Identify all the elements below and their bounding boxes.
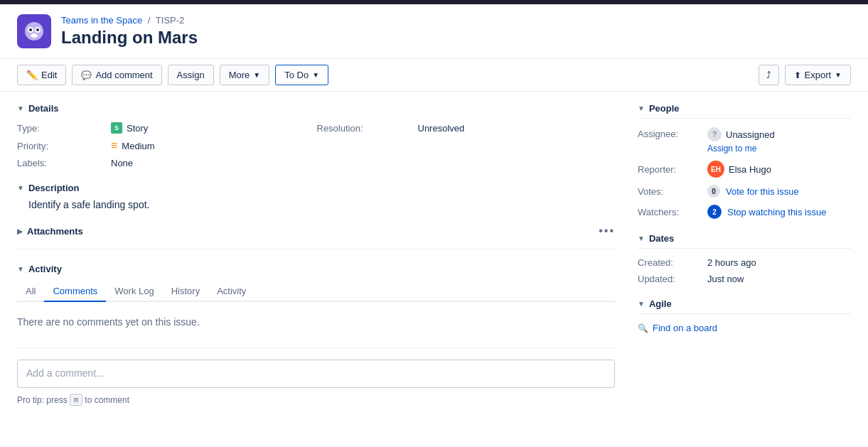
created-row: Created: 2 hours ago (638, 257, 851, 268)
right-panel: ▼ People Assignee: ? Unassigned Assign t… (638, 103, 851, 406)
breadcrumb: Teams in the Space / TISP-2 (61, 15, 198, 26)
reporter-avatar: EH (707, 161, 724, 178)
status-button[interactable]: To Do ▼ (275, 65, 328, 85)
details-section-label: Details (28, 103, 59, 114)
assignee-main: ? Unassigned (707, 127, 775, 141)
no-comments-text: There are no comments yet on this issue. (17, 311, 615, 333)
attachments-section-header: ▶ Attachments ••• (17, 225, 615, 237)
attachments-header-left[interactable]: ▶ Attachments (17, 226, 83, 237)
svg-point-0 (25, 22, 43, 41)
updated-row: Updated: Just now (638, 274, 851, 284)
updated-value: Just now (707, 274, 744, 284)
attachments-section: ▶ Attachments ••• (17, 225, 615, 249)
export-chevron-icon: ▼ (835, 71, 842, 79)
toolbar: ✏️ Edit 💬 Add comment Assign More ▼ To D… (0, 59, 868, 92)
activity-section: ▼ Activity All Comments Work Log History… (17, 264, 615, 406)
header: Teams in the Space / TISP-2 Landing on M… (0, 4, 868, 59)
comment-input-area: Add a comment... Pro tip: press m to com… (17, 348, 615, 406)
tab-activity[interactable]: Activity (208, 281, 254, 302)
tab-comments[interactable]: Comments (44, 281, 106, 302)
find-label: Find on a board (653, 323, 717, 333)
pro-tip-suffix: to comment (85, 395, 129, 405)
find-on-board-link[interactable]: 🔍 Find on a board (638, 323, 851, 333)
share-button[interactable]: ⤴ (759, 65, 779, 85)
export-button[interactable]: ⬆ Export ▼ (785, 65, 851, 85)
activity-section-label: Activity (28, 264, 62, 274)
breadcrumb-project-link[interactable]: Teams in the Space (61, 15, 142, 26)
svg-rect-6 (32, 35, 36, 36)
updated-label: Updated: (638, 274, 702, 284)
details-toggle-icon: ▼ (17, 104, 24, 112)
dates-toggle-icon: ▼ (638, 235, 645, 242)
tab-all[interactable]: All (17, 281, 44, 302)
reporter-name: Elsa Hugo (729, 164, 771, 175)
add-comment-button[interactable]: 💬 Add comment (72, 65, 161, 85)
resolution-value: Unresolved (418, 123, 616, 134)
agile-section-header[interactable]: ▼ Agile (638, 298, 851, 314)
attachments-toggle-icon: ▶ (17, 227, 23, 235)
reporter-label: Reporter: (638, 164, 702, 175)
people-section: ▼ People Assignee: ? Unassigned Assign t… (638, 103, 851, 219)
description-section-header[interactable]: ▼ Description (17, 183, 615, 193)
issue-title: Landing on Mars (61, 28, 198, 48)
breadcrumb-issue: TISP-2 (156, 15, 184, 26)
comment-box[interactable]: Add a comment... (17, 360, 615, 388)
main-content: ▼ Details Type: S Story Resolution: Unre… (0, 92, 868, 417)
assign-button[interactable]: Assign (168, 65, 214, 85)
description-section-label: Description (28, 183, 80, 193)
details-section: ▼ Details Type: S Story Resolution: Unre… (17, 103, 615, 168)
tab-worklog[interactable]: Work Log (106, 281, 162, 302)
agile-toggle-icon: ▼ (638, 300, 645, 308)
more-button[interactable]: More ▼ (220, 65, 270, 85)
votes-label: Votes: (638, 186, 702, 197)
people-section-label: People (649, 103, 680, 114)
edit-icon: ✏️ (26, 70, 38, 80)
svg-point-4 (36, 28, 39, 31)
assign-me-link[interactable]: Assign to me (707, 144, 775, 154)
search-icon: 🔍 (638, 323, 648, 333)
description-content: Identify a safe landing spot. (17, 199, 615, 210)
people-section-header[interactable]: ▼ People (638, 103, 851, 119)
created-value: 2 hours ago (707, 257, 756, 268)
resolution-label: Resolution: (317, 123, 409, 134)
attachments-section-label: Attachments (27, 226, 83, 237)
watchers-label: Watchers: (638, 207, 702, 217)
left-panel: ▼ Details Type: S Story Resolution: Unre… (17, 103, 615, 406)
created-label: Created: (638, 257, 702, 268)
type-label: Type: (17, 123, 102, 134)
svg-point-3 (29, 28, 32, 31)
watchers-value: 2 Stop watching this issue (707, 205, 826, 219)
assignee-label: Assignee: (638, 127, 702, 139)
priority-value: ≡ Medium (111, 139, 309, 152)
agile-section-label: Agile (649, 298, 672, 309)
monster-logo-icon (23, 20, 45, 43)
status-chevron-icon: ▼ (312, 71, 319, 79)
watch-link[interactable]: Stop watching this issue (727, 207, 826, 217)
activity-section-header[interactable]: ▼ Activity (17, 264, 615, 274)
tab-history[interactable]: History (163, 281, 208, 302)
story-badge: S (111, 122, 122, 134)
priority-medium-icon: ≡ (111, 139, 117, 152)
priority-label: Priority: (17, 141, 102, 151)
breadcrumb-separator: / (148, 15, 151, 26)
assignee-name: Unassigned (726, 129, 775, 140)
export-icon: ⬆ (794, 70, 801, 80)
activity-tabs: All Comments Work Log History Activity (17, 281, 615, 302)
reporter-value: EH Elsa Hugo (707, 161, 771, 178)
labels-label: Labels: (17, 158, 102, 168)
assignee-value: ? Unassigned Assign to me (707, 127, 775, 154)
edit-button[interactable]: ✏️ Edit (17, 65, 66, 85)
vote-link[interactable]: Vote for this issue (726, 186, 799, 197)
people-toggle-icon: ▼ (638, 104, 645, 112)
votes-value: 0 Vote for this issue (707, 185, 799, 198)
activity-toggle-icon: ▼ (17, 265, 24, 273)
reporter-row: Reporter: EH Elsa Hugo (638, 161, 851, 178)
description-toggle-icon: ▼ (17, 184, 24, 192)
attachments-more-dots[interactable]: ••• (599, 225, 615, 237)
assignee-row: Assignee: ? Unassigned Assign to me (638, 127, 851, 154)
share-icon: ⤴ (766, 70, 771, 80)
dates-section-header[interactable]: ▼ Dates (638, 233, 851, 249)
details-grid: Type: S Story Resolution: Unresolved Pri… (17, 122, 615, 168)
unassigned-icon: ? (707, 127, 722, 141)
details-section-header[interactable]: ▼ Details (17, 103, 615, 114)
